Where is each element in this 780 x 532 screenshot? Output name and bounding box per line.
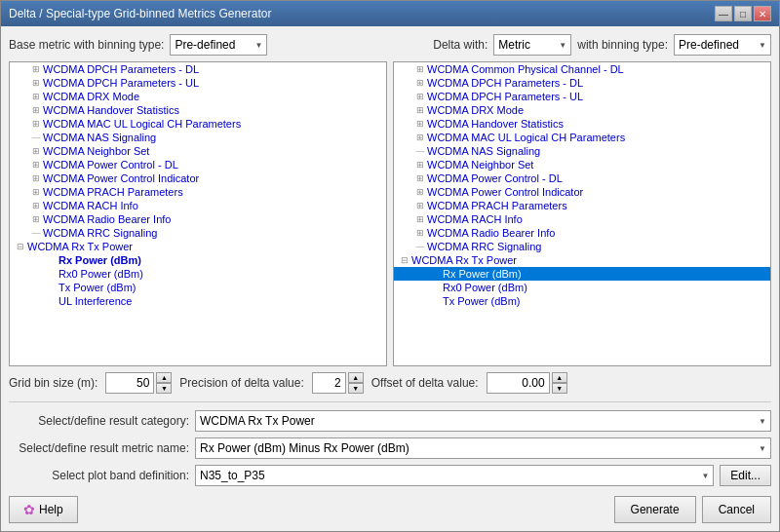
tree-item[interactable]: ⊞WCDMA PRACH Parameters <box>10 185 386 199</box>
tree-item[interactable]: —WCDMA RRC Signaling <box>10 226 386 240</box>
base-metric-dropdown[interactable]: Pre-defined ▼ <box>170 34 267 56</box>
expand-icon: ⊞ <box>413 187 427 197</box>
tree-item[interactable]: ⊟WCDMA Rx Tx Power <box>10 240 386 253</box>
grid-bin-label: Grid bin size (m): <box>9 376 98 390</box>
tree-label: WCDMA DRX Mode <box>43 91 139 102</box>
main-content: Base metric with binning type: Pre-defin… <box>1 26 779 531</box>
tree-item[interactable]: ⊞WCDMA Power Control - DL <box>10 158 386 171</box>
tree-item[interactable]: —WCDMA NAS Signaling <box>394 144 770 158</box>
metric-type-row: Base metric with binning type: Pre-defin… <box>9 34 771 56</box>
precision-input[interactable] <box>312 372 346 394</box>
tree-label: WCDMA Power Control - DL <box>427 172 563 184</box>
title-bar: Delta / Special-type Grid-binned Metrics… <box>1 1 779 26</box>
delta-with-label: Delta with: <box>433 38 488 52</box>
plot-band-dropdown[interactable]: N35_to_P35 ▼ <box>195 465 714 486</box>
tree-item[interactable]: ⊞WCDMA Power Control Indicator <box>10 171 386 185</box>
left-tree-panel: ⊞WCDMA DPCH Parameters - DL⊞WCDMA DPCH P… <box>9 61 387 366</box>
tree-label: Rx0 Power (dBm) <box>58 268 143 280</box>
tree-item[interactable]: ⊞WCDMA DPCH Parameters - DL <box>394 76 770 90</box>
offset-spinner: ▲ ▼ <box>487 372 567 394</box>
offset-down[interactable]: ▼ <box>552 383 567 394</box>
tree-item[interactable]: ⊞WCDMA MAC UL Logical CH Parameters <box>10 117 386 131</box>
delta-with-dropdown[interactable]: Metric ▼ <box>493 34 571 56</box>
tree-item[interactable]: Rx0 Power (dBm) <box>10 267 386 281</box>
expand-icon: ⊟ <box>398 255 411 265</box>
help-button[interactable]: ✿ Help <box>9 496 78 523</box>
grid-bin-input[interactable]: 50 <box>105 372 154 394</box>
tree-item[interactable]: ⊞WCDMA RACH Info <box>10 199 386 212</box>
tree-label: WCDMA DPCH Parameters - UL <box>427 91 583 102</box>
expand-icon: ⊞ <box>413 64 427 74</box>
grid-bin-up[interactable]: ▲ <box>156 372 172 383</box>
tree-item[interactable]: ⊟WCDMA Rx Tx Power <box>394 253 770 267</box>
expand-icon: ⊞ <box>413 92 427 101</box>
chevron-down-icon4: ▼ <box>759 417 766 426</box>
tree-item[interactable]: ⊞WCDMA Neighbor Set <box>394 158 770 171</box>
tree-item[interactable]: UL Interference <box>10 294 386 308</box>
offset-input[interactable] <box>487 372 550 394</box>
tree-item[interactable]: ⊞WCDMA Radio Bearer Info <box>10 212 386 226</box>
window-title: Delta / Special-type Grid-binned Metrics… <box>9 7 271 20</box>
tree-label: WCDMA RACH Info <box>427 213 523 225</box>
right-tree-scroll[interactable]: ⊞WCDMA Common Physical Channel - DL⊞WCDM… <box>394 62 770 365</box>
expand-icon: ⊞ <box>29 92 43 101</box>
tree-label: WCDMA Common Physical Channel - DL <box>427 63 624 75</box>
tree-item[interactable]: ⊞WCDMA Power Control - DL <box>394 171 770 185</box>
tree-item[interactable]: Tx Power (dBm) <box>394 294 770 308</box>
tree-item[interactable]: ⊞WCDMA DPCH Parameters - UL <box>10 76 386 90</box>
tree-item[interactable]: ⊞WCDMA MAC UL Logical CH Parameters <box>394 131 770 144</box>
tree-item[interactable]: Rx0 Power (dBm) <box>394 281 770 294</box>
tree-label: WCDMA NAS Signaling <box>427 145 540 157</box>
precision-spinner: ▲ ▼ <box>312 372 364 394</box>
generate-button[interactable]: Generate <box>614 496 696 523</box>
expand-icon: ⊞ <box>29 78 43 88</box>
precision-up[interactable]: ▲ <box>348 372 364 383</box>
tree-item[interactable]: ⊞WCDMA PRACH Parameters <box>394 199 770 212</box>
tree-item[interactable]: ⊞WCDMA DRX Mode <box>10 90 386 103</box>
close-button[interactable]: ✕ <box>754 6 771 21</box>
tree-item[interactable]: ⊞WCDMA Handover Statistics <box>394 117 770 131</box>
category-dropdown[interactable]: WCDMA Rx Tx Power ▼ <box>195 410 771 432</box>
expand-icon: ⊞ <box>29 119 43 129</box>
edit-button[interactable]: Edit... <box>720 465 771 486</box>
maximize-button[interactable]: □ <box>734 6 752 21</box>
offset-up[interactable]: ▲ <box>552 372 567 383</box>
tree-label: WCDMA PRACH Parameters <box>427 200 567 211</box>
expand-icon: ⊞ <box>29 201 43 210</box>
precision-spinner-btns: ▲ ▼ <box>348 372 364 394</box>
line-icon: — <box>29 228 43 238</box>
with-binning-dropdown[interactable]: Pre-defined ▼ <box>674 34 771 56</box>
minimize-button[interactable]: — <box>715 6 732 21</box>
tree-label: UL Interference <box>58 295 132 307</box>
tree-item[interactable]: ⊞WCDMA DPCH Parameters - DL <box>10 62 386 76</box>
tree-item[interactable]: ⊞WCDMA Power Control Indicator <box>394 185 770 199</box>
tree-item[interactable]: Rx Power (dBm) <box>10 253 386 267</box>
tree-label: WCDMA Neighbor Set <box>427 159 533 171</box>
expand-icon: ⊞ <box>29 214 43 224</box>
tree-item[interactable]: ⊞WCDMA Neighbor Set <box>10 144 386 158</box>
tree-item[interactable]: ⊞WCDMA RACH Info <box>394 212 770 226</box>
tree-item[interactable]: ⊞WCDMA DRX Mode <box>394 103 770 117</box>
category-label: Select/define result category: <box>9 414 189 428</box>
tree-item[interactable]: ⊞WCDMA DPCH Parameters - UL <box>394 90 770 103</box>
tree-item[interactable]: ⊞WCDMA Handover Statistics <box>10 103 386 117</box>
tree-item[interactable]: ⊞WCDMA Radio Bearer Info <box>394 226 770 240</box>
metric-name-dropdown[interactable]: Rx Power (dBm) Minus Rx Power (dBm) ▼ <box>195 437 771 459</box>
tree-item[interactable]: Rx Power (dBm) <box>394 267 770 281</box>
right-tree-panel: ⊞WCDMA Common Physical Channel - DL⊞WCDM… <box>393 61 771 366</box>
left-tree-scroll[interactable]: ⊞WCDMA DPCH Parameters - DL⊞WCDMA DPCH P… <box>10 62 386 365</box>
tree-item[interactable]: —WCDMA RRC Signaling <box>394 240 770 253</box>
cancel-button[interactable]: Cancel <box>702 496 771 523</box>
expand-icon: ⊞ <box>413 105 427 115</box>
tree-item[interactable]: —WCDMA NAS Signaling <box>10 131 386 144</box>
base-metric-label: Base metric with binning type: <box>9 38 164 52</box>
expand-icon: ⊞ <box>29 187 43 197</box>
tree-label: WCDMA Power Control - DL <box>43 159 178 171</box>
grid-bin-down[interactable]: ▼ <box>156 383 172 394</box>
precision-down[interactable]: ▼ <box>348 383 364 394</box>
tree-label: WCDMA Radio Bearer Info <box>43 213 171 225</box>
tree-item[interactable]: ⊞WCDMA Common Physical Channel - DL <box>394 62 770 76</box>
tree-item[interactable]: Tx Power (dBm) <box>10 281 386 294</box>
grid-bin-spinner: 50 ▲ ▼ <box>105 372 172 394</box>
tree-label: WCDMA Rx Tx Power <box>27 241 133 252</box>
